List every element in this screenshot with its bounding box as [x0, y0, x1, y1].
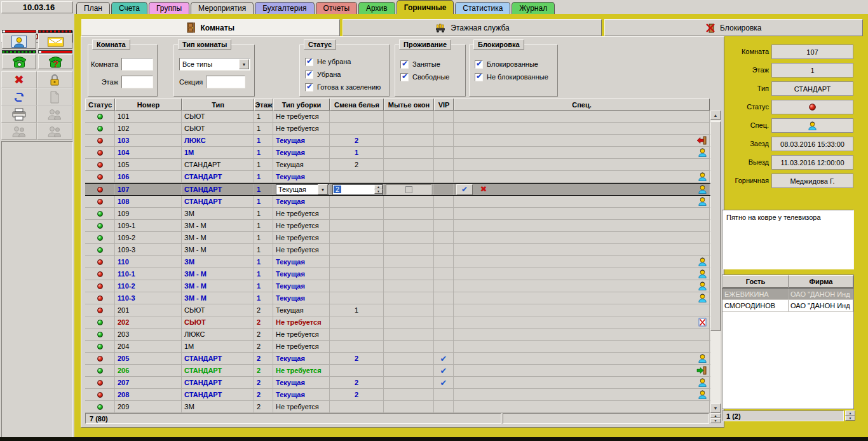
table-row-203[interactable]: 203ЛЮКС2Не требуется	[85, 329, 710, 341]
room-filter-input[interactable]	[121, 58, 153, 71]
cleaning-type-select[interactable]: Текущая▼	[276, 184, 329, 195]
spin-down-icon[interactable]: ▼	[710, 418, 721, 423]
room-type-select[interactable]: Все типы ▼	[179, 58, 250, 71]
filter-option-cleaned[interactable]: ✔Убрана	[305, 68, 381, 81]
table-row-202[interactable]: 202СЬЮТ2Не требуется	[85, 316, 710, 329]
cell-linen	[330, 123, 384, 134]
floor-filter-input[interactable]	[121, 76, 153, 88]
spin-up-icon[interactable]: ▲	[374, 185, 383, 189]
subtab-blocking[interactable]: Блокировка	[604, 19, 863, 36]
filter-option-blocked[interactable]: ✔Блокированные	[475, 58, 548, 71]
table-row-110-2[interactable]: 110-2ЗМ - М1Текущая	[85, 280, 710, 292]
table-row-106[interactable]: 106СТАНДАРТ1Текущая	[85, 171, 710, 183]
table-row-201[interactable]: 201СЬЮТ2Текущая1	[85, 304, 710, 316]
table-row-110[interactable]: 110ЗМ1Текущая	[85, 256, 710, 268]
print-button[interactable]	[1, 105, 37, 123]
cell-floor: 1	[254, 220, 273, 231]
lock-button[interactable]	[37, 71, 72, 88]
table-row-103[interactable]: 103ЛЮКС1Текущая2	[85, 135, 710, 147]
guest-row[interactable]: СМОРОДИНОВОАО "ДАНОН Инд	[722, 300, 853, 312]
column-header-7[interactable]: VIP	[434, 98, 454, 111]
table-row-108[interactable]: 108СТАНДАРТ1Текущая	[85, 196, 710, 208]
spin-down-icon[interactable]: ▼	[374, 189, 383, 194]
windows-checkbox[interactable]	[405, 186, 412, 193]
main-tab-plan[interactable]: План	[76, 2, 110, 14]
checkbox-occupied[interactable]: ✔	[400, 60, 409, 69]
filter-option-not-blocked[interactable]: ✔Не блокированные	[475, 71, 548, 83]
main-tab-accounting[interactable]: Бухгалтерия	[255, 2, 314, 14]
main-tab-reports[interactable]: Отчеты	[316, 2, 357, 14]
chevron-down-icon[interactable]: ▼	[239, 59, 249, 69]
table-row-109-1[interactable]: 109-1ЗМ - М1Не требуется	[85, 220, 710, 232]
scroll-up-icon[interactable]: ▲	[710, 111, 721, 120]
main-tab-statistics[interactable]: Статистика	[455, 2, 510, 14]
table-row-104[interactable]: 1041М1Текущая1	[85, 147, 710, 159]
spin-down-icon[interactable]: ▼	[845, 416, 855, 421]
phone-button[interactable]	[2, 54, 36, 69]
checkbox-ready[interactable]: ✔	[305, 83, 313, 92]
mail-button[interactable]	[38, 34, 72, 49]
table-row-107[interactable]: 107СТАНДАРТ1Текущая▼2▲▼✔✖	[85, 183, 710, 196]
column-header-8[interactable]: Спец.	[454, 98, 710, 111]
table-row-109-2[interactable]: 109-2ЗМ - М1Не требуется	[85, 232, 710, 244]
main-tab-groups[interactable]: Группы	[149, 2, 189, 14]
checkbox-blocked[interactable]: ✔	[475, 60, 483, 69]
column-header-1[interactable]: Номер	[115, 98, 182, 111]
table-row-102[interactable]: 102СЬЮТ1Не требуется	[85, 123, 710, 135]
table-row-209[interactable]: 209ЗМ2Не требуется	[85, 401, 710, 413]
checkbox-cleaned[interactable]: ✔	[305, 71, 313, 79]
linen-spinner[interactable]: ▲▼	[374, 185, 383, 194]
scrollbar-thumb[interactable]	[710, 121, 721, 331]
main-tab-accounts[interactable]: Счета	[111, 2, 147, 14]
table-row-110-1[interactable]: 110-1ЗМ - М1Текущая	[85, 268, 710, 280]
main-tab-journal[interactable]: Журнал	[512, 2, 555, 14]
column-header-6[interactable]: Мытье окон	[384, 98, 434, 111]
column-header-3[interactable]: Этаж	[254, 98, 273, 111]
checkbox-free[interactable]: ✔	[400, 73, 409, 81]
guest-row[interactable]: ЕЖЕВИКИНАОАО "ДАНОН Инд	[722, 288, 853, 300]
room-note-box[interactable]: Пятно на ковре у телевизора	[722, 210, 854, 269]
table-row-109[interactable]: 109ЗМ1Не требуется	[85, 208, 710, 220]
main-tab-events[interactable]: Мероприятия	[191, 2, 254, 14]
filter-option-occupied[interactable]: ✔Занятые	[400, 58, 449, 71]
main-tab-archive[interactable]: Архив	[358, 2, 395, 14]
table-row-208[interactable]: 208СТАНДАРТ2Текущая2	[85, 389, 710, 401]
table-vertical-scrollbar[interactable]: ▲ ▼	[710, 111, 721, 413]
spin-up-icon[interactable]: ▲	[845, 410, 855, 416]
subtab-rooms[interactable]: Комнаты	[81, 19, 340, 36]
apply-edit-button[interactable]: ✔	[456, 184, 473, 195]
spin-up-icon[interactable]: ▲	[710, 413, 721, 418]
guest-record-spinner[interactable]: ▲ ▼	[845, 410, 855, 421]
filter-option-not-cleaned[interactable]: ✔Не убрана	[305, 55, 381, 68]
linen-count-input[interactable]: 2▲▼	[332, 184, 383, 195]
column-header-0[interactable]: Статус	[85, 98, 115, 111]
refresh-button[interactable]	[1, 88, 37, 105]
cell-vip	[434, 147, 454, 158]
filter-option-ready[interactable]: ✔Готова к заселению	[305, 81, 381, 93]
column-header-2[interactable]: Тип	[182, 98, 254, 111]
section-filter-input[interactable]	[206, 76, 245, 88]
main-tab-housekeeping[interactable]: Горничные	[397, 0, 454, 14]
table-row-109-3[interactable]: 109-3ЗМ - М1Не требуется	[85, 244, 710, 256]
table-row-105[interactable]: 105СТАНДАРТ1Текущая2	[85, 159, 710, 171]
table-record-spinner[interactable]: ▲ ▼	[710, 413, 721, 423]
delete-button[interactable]: ✖	[1, 71, 37, 88]
subtab-floor-service[interactable]: Этажная служба	[342, 19, 601, 36]
chevron-down-icon[interactable]: ▼	[318, 184, 328, 194]
cell-number: 105	[115, 159, 182, 170]
checkbox-not-cleaned[interactable]: ✔	[305, 58, 313, 66]
table-row-205[interactable]: 205СТАНДАРТ2Текущая2✔	[85, 353, 710, 365]
column-header-5[interactable]: Смена белья	[330, 98, 384, 111]
table-row-207[interactable]: 207СТАНДАРТ2Текущая2✔	[85, 377, 710, 389]
table-row-110-3[interactable]: 110-3ЗМ - М1Текущая	[85, 292, 710, 304]
cancel-edit-button[interactable]: ✖	[477, 184, 491, 195]
table-row-101[interactable]: 101СЬЮТ1Не требуется	[85, 111, 710, 123]
contacts-button[interactable]	[2, 34, 36, 49]
checkbox-not-blocked[interactable]: ✔	[475, 73, 483, 81]
column-header-4[interactable]: Тип уборки	[273, 98, 330, 111]
scroll-down-icon[interactable]: ▼	[710, 404, 721, 413]
filter-option-free[interactable]: ✔Свободные	[400, 71, 449, 83]
phone-help-button[interactable]: ?	[38, 54, 72, 69]
table-row-206[interactable]: 206СТАНДАРТ2Не требуется✔	[85, 365, 710, 377]
table-row-204[interactable]: 2041М2Не требуется	[85, 341, 710, 353]
